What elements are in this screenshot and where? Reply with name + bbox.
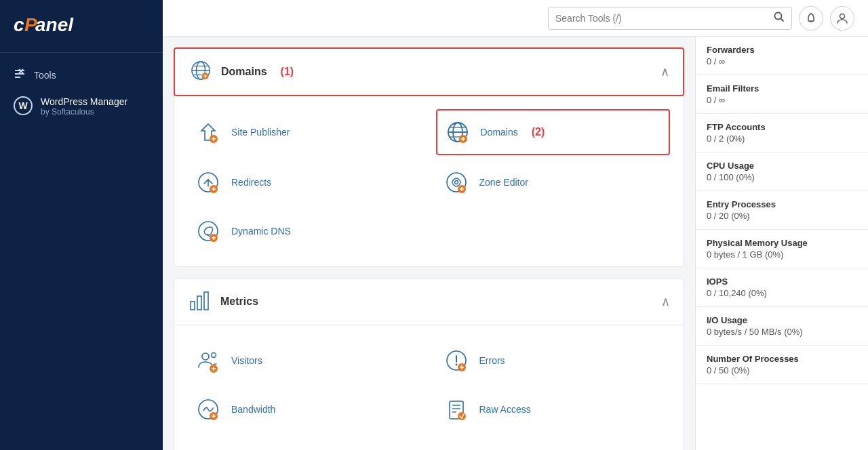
stat-numproc-label: Number Of Processes	[707, 354, 857, 364]
tool-item-zone-editor[interactable]: Zone Editor	[436, 161, 671, 204]
metrics-collapse-icon[interactable]: ∧	[661, 294, 670, 309]
stat-iops-value: 0 / 10,240 (0%)	[707, 288, 857, 298]
svg-rect-50	[204, 292, 208, 310]
svg-text:c: c	[14, 14, 24, 35]
domains-annotation-2: (2)	[532, 126, 545, 138]
dynamic-dns-icon	[193, 216, 223, 246]
domains-tool-label: Domains	[481, 127, 518, 138]
domains-collapse-icon[interactable]: ∧	[660, 64, 669, 79]
stat-cpu-value: 0 / 100 (0%)	[707, 172, 857, 182]
tool-item-dynamic-dns[interactable]: Dynamic DNS	[188, 209, 422, 253]
stat-io-usage: I/O Usage 0 bytes/s / 50 MB/s (0%)	[696, 307, 868, 346]
stat-email-filters-value: 0 / ∞	[707, 95, 857, 105]
zone-editor-label: Zone Editor	[479, 177, 528, 188]
dynamic-dns-label: Dynamic DNS	[231, 226, 291, 237]
domains-tool-icon	[443, 117, 473, 147]
sidebar-item-tools[interactable]: Tools	[0, 61, 163, 89]
site-publisher-icon	[193, 117, 223, 147]
errors-label: Errors	[479, 355, 505, 366]
domains-annotation-1: (1)	[281, 66, 294, 78]
content-area: Domains (1) ∧	[163, 37, 868, 450]
stat-iops: IOPS 0 / 10,240 (0%)	[696, 268, 868, 307]
domains-section-header[interactable]: Domains (1) ∧	[174, 47, 684, 96]
stat-entry-value: 0 / 20 (0%)	[707, 211, 857, 221]
site-publisher-label: Site Publisher	[231, 127, 290, 138]
sidebar-tools-label: Tools	[34, 70, 56, 81]
stat-iops-label: IOPS	[707, 277, 857, 287]
tool-item-errors[interactable]: Errors	[436, 339, 671, 382]
main-panel: Domains (1) ∧	[163, 37, 695, 450]
domains-section: Domains (1) ∧	[174, 47, 684, 267]
svg-point-58	[455, 364, 457, 366]
stat-cpu-label: CPU Usage	[707, 161, 857, 171]
bandwidth-icon	[193, 394, 223, 424]
tool-item-awstats[interactable]: Awstats	[188, 436, 422, 450]
search-bar[interactable]	[548, 7, 792, 30]
search-input[interactable]	[555, 13, 768, 24]
svg-line-9	[781, 18, 784, 21]
tool-item-site-publisher[interactable]: Site Publisher	[188, 109, 422, 155]
svg-point-52	[212, 353, 216, 358]
metrics-section-body: Visitors	[174, 325, 684, 450]
svg-text:anel: anel	[35, 14, 74, 35]
stat-numproc-value: 0 / 50 (0%)	[707, 365, 857, 375]
awstats-icon	[193, 443, 223, 450]
metrics-header-left: Metrics	[188, 288, 258, 315]
redirects-label: Redirects	[231, 177, 271, 188]
tool-item-webalizer[interactable]: Webalizer	[436, 436, 671, 450]
stat-entry-label: Entry Processes	[707, 199, 857, 209]
svg-point-12	[840, 14, 845, 18]
svg-rect-49	[197, 296, 201, 310]
user-account-button[interactable]	[830, 6, 854, 30]
stat-ftp-label: FTP Accounts	[707, 122, 857, 132]
stat-email-filters-label: Email Filters	[707, 83, 857, 94]
stat-physical-memory: Physical Memory Usage 0 bytes / 1 GB (0%…	[696, 230, 868, 268]
svg-rect-48	[191, 302, 195, 310]
search-icon[interactable]	[774, 12, 785, 25]
header	[163, 0, 868, 37]
wordpress-subtitle: by Softaculous	[41, 107, 127, 117]
metrics-section-title: Metrics	[220, 295, 258, 308]
stat-memory-value: 0 bytes / 1 GB (0%)	[707, 249, 857, 260]
tool-item-raw-access[interactable]: Raw Access	[436, 388, 671, 431]
notifications-button[interactable]	[799, 6, 823, 30]
domains-section-body: Site Publisher	[174, 96, 684, 266]
stat-ftp-value: 0 / 2 (0%)	[707, 134, 857, 144]
visitors-icon	[193, 346, 223, 375]
redirects-icon	[193, 167, 223, 197]
stat-ftp-accounts: FTP Accounts 0 / 2 (0%)	[696, 114, 868, 152]
visitors-label: Visitors	[231, 355, 262, 366]
logo-area: c P anel	[0, 0, 163, 53]
sidebar: c P anel Tools W WordPress Manager	[0, 0, 163, 450]
webalizer-icon	[441, 443, 471, 450]
stat-cpu-usage: CPU Usage 0 / 100 (0%)	[696, 152, 868, 191]
stat-forwarders: Forwarders 0 / ∞	[696, 37, 868, 75]
svg-point-39	[454, 181, 458, 184]
stat-io-value: 0 bytes/s / 50 MB/s (0%)	[707, 327, 857, 337]
tool-item-domains[interactable]: Domains (2)	[436, 109, 671, 155]
svg-point-11	[810, 13, 812, 14]
sidebar-item-wordpress[interactable]: W WordPress Manager by Softaculous	[0, 89, 163, 123]
tool-item-visitors[interactable]: Visitors	[188, 339, 422, 382]
stat-io-label: I/O Usage	[707, 315, 857, 325]
stat-entry-processes: Entry Processes 0 / 20 (0%)	[696, 191, 868, 230]
stat-forwarders-value: 0 / ∞	[707, 56, 857, 66]
domains-section-title: Domains	[221, 66, 267, 78]
bandwidth-label: Bandwidth	[231, 404, 275, 415]
tool-item-redirects[interactable]: Redirects	[188, 161, 422, 204]
stat-email-filters: Email Filters 0 / ∞	[696, 75, 868, 114]
zone-editor-icon	[441, 167, 471, 197]
domains-section-icon	[189, 58, 213, 85]
metrics-section-header[interactable]: Metrics ∧	[174, 279, 684, 325]
metrics-section: Metrics ∧	[174, 278, 684, 450]
domains-header-left: Domains (1)	[189, 58, 294, 85]
svg-point-51	[202, 353, 209, 360]
svg-point-70	[458, 412, 466, 420]
main-content: Domains (1) ∧	[163, 0, 868, 450]
cpanel-logo: c P anel	[14, 11, 149, 41]
right-sidebar: Forwarders 0 / ∞ Email Filters 0 / ∞ FTP…	[695, 37, 868, 450]
tool-item-bandwidth[interactable]: Bandwidth	[188, 388, 422, 431]
stat-forwarders-label: Forwarders	[707, 45, 857, 55]
metrics-section-icon	[188, 288, 212, 315]
raw-access-label: Raw Access	[479, 404, 531, 415]
